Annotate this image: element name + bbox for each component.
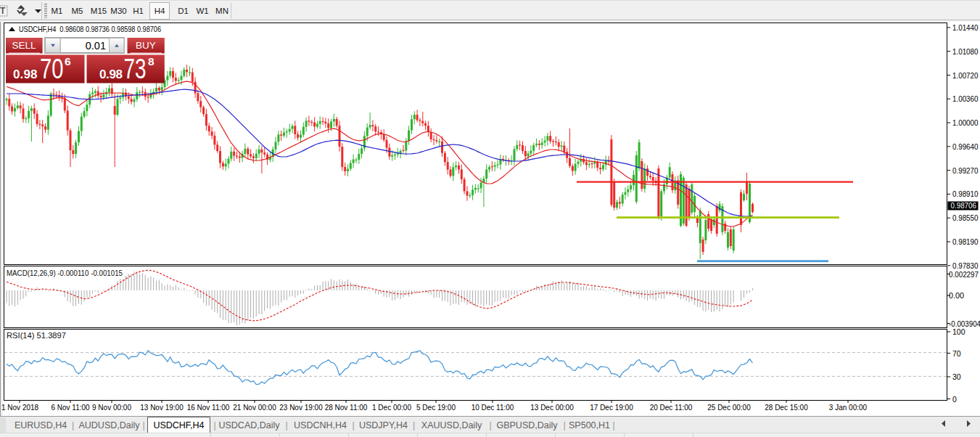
svg-text:1.01080: 1.01080 (952, 47, 979, 56)
svg-text:USDCAD,Daily: USDCAD,Daily (218, 420, 280, 430)
svg-text:|: | (142, 420, 144, 430)
svg-text:9 Nov 00:00: 9 Nov 00:00 (92, 404, 131, 412)
svg-text:20 Dec 11:00: 20 Dec 11:00 (650, 404, 693, 412)
svg-text:SP500,H1: SP500,H1 (569, 420, 610, 430)
svg-text:|: | (563, 420, 565, 430)
svg-text:M15: M15 (91, 7, 107, 15)
svg-text:0.98190: 0.98190 (952, 237, 979, 246)
svg-text:BUY: BUY (136, 40, 156, 51)
svg-text:RSI(14) 51.3897: RSI(14) 51.3897 (7, 331, 66, 340)
svg-text:-0.003904: -0.003904 (949, 319, 980, 328)
svg-text:0.002297: 0.002297 (949, 270, 979, 279)
svg-text:|: | (489, 420, 491, 430)
svg-text:USDJPY,H4: USDJPY,H4 (359, 420, 408, 430)
svg-text:M1: M1 (52, 7, 63, 15)
svg-text:1.00360: 1.00360 (952, 94, 979, 103)
svg-text:1 Nov 2018: 1 Nov 2018 (1, 404, 39, 412)
svg-text:H4: H4 (155, 7, 165, 15)
svg-text:EURUSD,H4: EURUSD,H4 (15, 420, 67, 430)
svg-text:25 Dec 00:00: 25 Dec 00:00 (707, 404, 751, 412)
svg-text:23 Nov 19:00: 23 Nov 19:00 (279, 404, 323, 412)
svg-text:28 Nov 11:00: 28 Nov 11:00 (325, 404, 368, 412)
svg-text:70: 70 (40, 53, 64, 84)
svg-text:|: | (352, 420, 354, 430)
svg-text:1.00720: 1.00720 (952, 71, 979, 80)
svg-text:5 Dec 19:00: 5 Dec 19:00 (416, 404, 456, 412)
svg-text:|: | (285, 420, 287, 430)
svg-text:13 Dec 00:00: 13 Dec 00:00 (530, 404, 574, 412)
svg-text:0.01: 0.01 (86, 40, 106, 52)
svg-text:M30: M30 (110, 7, 126, 15)
svg-text:T: T (0, 6, 6, 16)
svg-text:|: | (612, 420, 614, 430)
svg-text:3 Jan 00:00: 3 Jan 00:00 (829, 404, 868, 412)
svg-text:6: 6 (65, 55, 71, 68)
svg-text:MACD(12,26,9) -0.000110 -0.001: MACD(12,26,9) -0.000110 -0.001015 (7, 269, 123, 277)
svg-text:0.98: 0.98 (13, 68, 38, 81)
svg-text:21 Nov 00:00: 21 Nov 00:00 (233, 404, 276, 412)
svg-text:10 Dec 11:00: 10 Dec 11:00 (472, 404, 514, 412)
svg-text:1 Dec 00:00: 1 Dec 00:00 (372, 404, 411, 412)
svg-text:0.98706: 0.98706 (951, 201, 977, 210)
svg-text:AUDUSD,Daily: AUDUSD,Daily (78, 420, 140, 430)
svg-text:0.97830: 0.97830 (952, 261, 979, 270)
svg-text:16 Nov 11:00: 16 Nov 11:00 (187, 404, 230, 412)
svg-text:USDCNH,H4: USDCNH,H4 (294, 420, 347, 430)
svg-text:28 Dec 15:00: 28 Dec 15:00 (765, 404, 808, 412)
svg-text:30: 30 (952, 372, 961, 381)
svg-text:13 Nov 19:00: 13 Nov 19:00 (140, 404, 184, 412)
svg-text:0.98910: 0.98910 (952, 189, 979, 198)
svg-text:USDCHF,H4: USDCHF,H4 (153, 420, 204, 430)
svg-text:W1: W1 (196, 7, 208, 15)
svg-text:H1: H1 (133, 7, 144, 15)
svg-text:D1: D1 (178, 7, 189, 15)
svg-text:0.99640: 0.99640 (952, 142, 979, 151)
svg-text:1.01440: 1.01440 (952, 23, 979, 32)
svg-text:|: | (413, 420, 415, 430)
svg-text:73: 73 (124, 53, 147, 84)
svg-text:1.00000: 1.00000 (952, 118, 979, 127)
svg-text:0.98: 0.98 (99, 68, 123, 81)
svg-text:SELL: SELL (12, 40, 36, 51)
svg-text:100: 100 (952, 327, 965, 336)
svg-text:6 Nov 11:00: 6 Nov 11:00 (51, 404, 90, 412)
svg-text:70: 70 (952, 349, 961, 358)
svg-text:0.98550: 0.98550 (952, 213, 979, 222)
svg-text:0.99270: 0.99270 (952, 166, 979, 175)
svg-text:0.00: 0.00 (949, 291, 964, 300)
svg-text:17 Dec 19:00: 17 Dec 19:00 (590, 404, 633, 412)
svg-text:|: | (72, 420, 74, 430)
svg-text:0: 0 (952, 395, 957, 404)
svg-text:USDCHF,H4 0.98608 0.98736 0.9: USDCHF,H4 0.98608 0.98736 0.98598 0.9870… (19, 25, 161, 33)
svg-text:M5: M5 (72, 7, 83, 15)
svg-text:GBPUSD,Daily: GBPUSD,Daily (496, 420, 558, 430)
svg-text:MN: MN (215, 7, 228, 15)
svg-text:8: 8 (148, 55, 155, 68)
svg-text:|: | (213, 420, 215, 430)
svg-text:XAUUSD,Daily: XAUUSD,Daily (421, 420, 482, 430)
